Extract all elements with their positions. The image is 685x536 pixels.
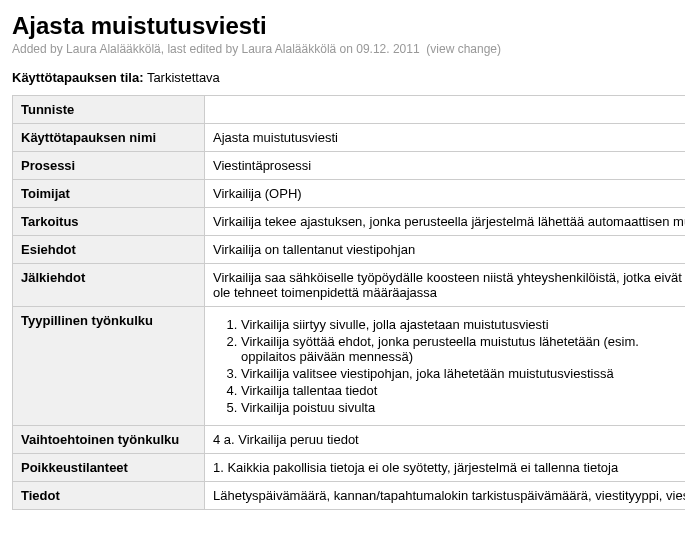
row-label: Tarkoitus	[13, 208, 205, 236]
table-row: Esiehdot Virkailija on tallentanut viest…	[13, 236, 686, 264]
page-meta: Added by Laura Alalääkkölä, last edited …	[12, 42, 685, 56]
table-row: Tiedot Lähetyspäivämäärä, kannan/tapahtu…	[13, 482, 686, 510]
row-label: Käyttötapauksen nimi	[13, 124, 205, 152]
row-label: Poikkeustilanteet	[13, 454, 205, 482]
page-title: Ajasta muistutusviesti	[12, 12, 685, 40]
edited-label: , last edited by	[161, 42, 242, 56]
row-label: Prosessi	[13, 152, 205, 180]
status-value: Tarkistettava	[147, 70, 220, 85]
row-value: Ajasta muistutusviesti	[205, 124, 686, 152]
workflow-step: Virkailija syöttää ehdot, jonka perustee…	[241, 334, 685, 364]
row-label: Esiehdot	[13, 236, 205, 264]
row-value: Virkailija siirtyy sivulle, jolla ajaste…	[205, 307, 686, 426]
workflow-step: Virkailija tallentaa tiedot	[241, 383, 685, 398]
row-label: Vaihtoehtoinen työnkulku	[13, 426, 205, 454]
added-by-author: Laura Alalääkkölä	[66, 42, 161, 56]
added-by-label: Added by	[12, 42, 66, 56]
workflow-list: Virkailija siirtyy sivulle, jolla ajaste…	[213, 317, 685, 415]
table-row: Tarkoitus Virkailija tekee ajastuksen, j…	[13, 208, 686, 236]
workflow-step: Virkailija poistuu sivulta	[241, 400, 685, 415]
status-line: Käyttötapauksen tila: Tarkistettava	[12, 70, 685, 85]
row-label: Tiedot	[13, 482, 205, 510]
row-label: Tunniste	[13, 96, 205, 124]
row-label: Toimijat	[13, 180, 205, 208]
table-row: Käyttötapauksen nimi Ajasta muistutusvie…	[13, 124, 686, 152]
status-label: Käyttötapauksen tila:	[12, 70, 143, 85]
row-value: 4 a. Virkailija peruu tiedot	[205, 426, 686, 454]
table-row: Tyypillinen työnkulku Virkailija siirtyy…	[13, 307, 686, 426]
edited-date: 09.12. 2011	[356, 42, 419, 56]
row-value: 1. Kaikkia pakollisia tietoja ei ole syö…	[205, 454, 686, 482]
row-value: Virkailija on tallentanut viestipohjan	[205, 236, 686, 264]
workflow-step: Virkailija valitsee viestipohjan, joka l…	[241, 366, 685, 381]
on-label: on	[336, 42, 356, 56]
row-label: Jälkiehdot	[13, 264, 205, 307]
table-row: Vaihtoehtoinen työnkulku 4 a. Virkailija…	[13, 426, 686, 454]
row-value: Virkailija saa sähköiselle työpöydälle k…	[205, 264, 686, 307]
usecase-table: Tunniste Käyttötapauksen nimi Ajasta mui…	[12, 95, 685, 510]
view-change-link[interactable]: view change	[430, 42, 497, 56]
table-row: Prosessi Viestintäprosessi	[13, 152, 686, 180]
edited-by-author: Laura Alalääkkölä	[242, 42, 337, 56]
row-value: Lähetyspäivämäärä, kannan/tapahtumalokin…	[205, 482, 686, 510]
table-row: Tunniste	[13, 96, 686, 124]
row-value: Viestintäprosessi	[205, 152, 686, 180]
row-label: Tyypillinen työnkulku	[13, 307, 205, 426]
workflow-step: Virkailija siirtyy sivulle, jolla ajaste…	[241, 317, 685, 332]
table-row: Toimijat Virkailija (OPH)	[13, 180, 686, 208]
row-value	[205, 96, 686, 124]
table-row: Jälkiehdot Virkailija saa sähköiselle ty…	[13, 264, 686, 307]
table-row: Poikkeustilanteet 1. Kaikkia pakollisia …	[13, 454, 686, 482]
row-value: Virkailija tekee ajastuksen, jonka perus…	[205, 208, 686, 236]
row-value: Virkailija (OPH)	[205, 180, 686, 208]
